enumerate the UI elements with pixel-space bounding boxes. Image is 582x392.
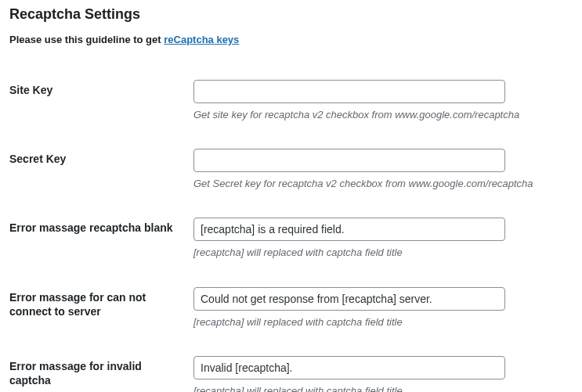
error-blank-label: Error massage recaptcha blank — [9, 207, 193, 275]
page-title: Recaptcha Settings — [9, 6, 573, 23]
secret-key-row: Secret Key Get Secret key for recaptcha … — [9, 138, 573, 207]
site-key-label: Site Key — [9, 69, 193, 138]
error-connect-label: Error massage for can not connect to ser… — [9, 276, 193, 345]
error-blank-input[interactable] — [193, 218, 505, 241]
error-connect-input[interactable] — [193, 287, 505, 311]
guideline-prefix: Please use this guideline to get — [9, 34, 164, 45]
error-connect-description: [recaptcha] will replaced with captcha f… — [193, 315, 565, 329]
error-blank-description: [recaptcha] will replaced with captcha f… — [193, 246, 565, 260]
secret-key-label: Secret Key — [9, 138, 193, 207]
error-blank-row: Error massage recaptcha blank [recaptcha… — [9, 207, 573, 275]
error-connect-row: Error massage for can not connect to ser… — [9, 276, 573, 345]
settings-form-table: Site Key Get site key for recaptcha v2 c… — [9, 69, 573, 392]
site-key-input[interactable] — [193, 80, 505, 103]
guideline-text: Please use this guideline to get reCaptc… — [9, 34, 573, 45]
recaptcha-keys-link[interactable]: reCaptcha keys — [164, 34, 239, 45]
error-invalid-input[interactable] — [193, 356, 505, 379]
error-invalid-label: Error massage for invalid captcha — [9, 345, 193, 392]
error-invalid-description: [recaptcha] will replaced with captcha f… — [193, 384, 565, 392]
error-invalid-row: Error massage for invalid captcha [recap… — [9, 345, 573, 392]
secret-key-description: Get Secret key for recaptcha v2 checkbox… — [193, 177, 565, 191]
site-key-description: Get site key for recaptcha v2 checkbox f… — [193, 108, 565, 122]
site-key-row: Site Key Get site key for recaptcha v2 c… — [9, 69, 573, 138]
secret-key-input[interactable] — [193, 149, 505, 172]
